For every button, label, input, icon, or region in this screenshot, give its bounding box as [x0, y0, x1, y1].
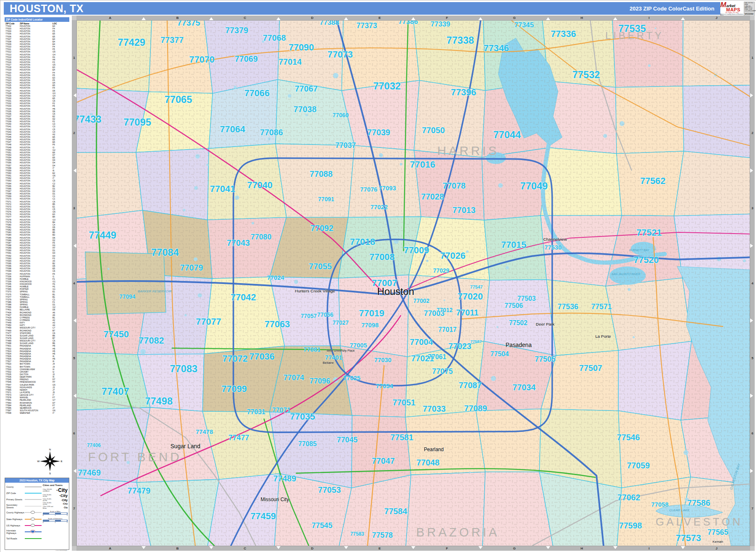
zip-code-label: 77083 [170, 363, 197, 374]
zip-code-label: 77091 [318, 196, 334, 202]
water-label: BARKER RESERVOIR [138, 289, 172, 293]
zip-code-label: 77061 [428, 353, 446, 360]
zip-code-label: 77071 [272, 406, 291, 413]
zip-code-label: 77547 [470, 284, 483, 289]
city-label: La Porte [595, 334, 611, 339]
grid-label-G: G [480, 16, 548, 20]
zip-code-label: 77063 [265, 319, 290, 329]
zip-code-label: 77099 [221, 384, 247, 394]
svg-text:S: S [49, 472, 51, 475]
zip-code-label: 77070 [189, 54, 215, 65]
zip-code-label: 77026 [440, 250, 465, 261]
city-label: West University Place [327, 349, 355, 352]
zip-code-label: 77094 [119, 293, 136, 300]
zip-code-label: 77075 [432, 367, 453, 376]
zip-code-label: 77066 [244, 88, 270, 98]
toll-symbol [25, 536, 42, 541]
zip-code-label: 77429 [118, 37, 145, 47]
grid-label-F: F [413, 16, 480, 20]
product-code: W53309W [745, 13, 754, 16]
city-label: Deer Park [536, 322, 554, 326]
zip-code-label: 77386 [398, 20, 418, 26]
grid-label-F: F [413, 546, 480, 551]
zip-code-label: 77339 [430, 20, 450, 28]
zip-code-label: 77012 [436, 307, 453, 313]
zip-code-label: 77077 [196, 316, 221, 327]
grid-label-7: 7 [750, 471, 755, 546]
map-canvas: BARKER RESERVOIRBURNETT BAYSAN JACINTO R… [76, 20, 750, 546]
grid-label-E: E [346, 16, 413, 20]
zip-code-label: 77057 [301, 313, 317, 319]
zip-code-label: 77086 [260, 128, 283, 137]
zip-code-label: 77080 [251, 233, 271, 241]
zip-code-label: 77081 [303, 346, 320, 353]
grid-label-4: 4 [750, 246, 755, 321]
zip-code-label: 77002 [413, 297, 430, 304]
zip-code-label: 77093 [379, 185, 396, 192]
secondary-symbol [25, 504, 42, 508]
zip-code-label: 77043 [227, 238, 250, 247]
contact-info-box: CALL US TOLL FREE 1-888-434-MAPS (6277) … [744, 2, 755, 16]
grid-label-J: J [683, 546, 750, 551]
legend-row-countyhwy: County Highways [6, 510, 43, 516]
zip-code-label: 77505 [535, 355, 555, 363]
zip-code-label: 77375 [177, 20, 200, 27]
zip-code-label: 77022 [370, 204, 388, 210]
zip-code-label: 77011 [456, 308, 479, 317]
grid-label-D: D [278, 546, 346, 551]
zip-code-label: 77401 [325, 354, 342, 361]
zip-code-label: 77498 [145, 396, 173, 407]
city-label: Sugar Land [171, 443, 200, 449]
zip-index-column-headers: ZIP Code ZIP Name LOC [5, 22, 69, 25]
legend-row-zip: ZIP Code [6, 490, 43, 496]
grid-label-6: 6 [750, 396, 755, 471]
zip-code-label: 77520 [633, 255, 659, 265]
zip-code-label: 77030 [374, 357, 391, 363]
zip-code-label: 77017 [438, 326, 457, 333]
zip-code-label: 77079 [180, 263, 203, 272]
map-legend: 2023 Houston, TX City Map CountyZIP Code… [5, 478, 69, 550]
zip-code-label: 77069 [235, 54, 258, 63]
city-label: Bellaire [323, 361, 334, 365]
zip-code-label: 77051 [392, 398, 415, 407]
zip-code-label: 77084 [151, 247, 179, 258]
zip-code-label: 77056 [317, 311, 333, 318]
zip-code-label: 77530 [544, 244, 562, 251]
zip-code-label: 77571 [591, 302, 612, 310]
zip-code-label: 77407 [102, 386, 129, 397]
grid-label-6: 6 [72, 396, 76, 471]
zip-code-label: 77018 [350, 237, 375, 247]
svg-text:E: E [60, 460, 62, 463]
city-label: Kemah [713, 540, 723, 544]
zip-code-label: 77098 [361, 322, 378, 329]
city-label: Missouri City [260, 497, 289, 502]
zip-code-label: 77573 [676, 533, 701, 543]
primary-symbol [25, 497, 42, 502]
grid-label-C: C [211, 16, 278, 20]
legend-title: 2023 Houston, TX City Map [5, 478, 69, 483]
zip-code-label: 77019 [359, 308, 384, 318]
grid-label-C: C [211, 546, 278, 551]
zip-code-label: 77507 [579, 363, 602, 373]
compass-rose-icon: N S W E [37, 447, 63, 476]
zip-code-label: 77088 [310, 169, 333, 179]
cities-and-towns-title: Cities and Towns [43, 484, 68, 486]
scale-miles: Scale in Miles 012 [43, 510, 68, 516]
zip-code-label: 77053 [318, 485, 341, 494]
zip-code-label: 77583 [350, 531, 364, 537]
grid-label-E: E [346, 546, 413, 551]
grid-label-4: 4 [72, 246, 76, 321]
grid-label-3: 3 [750, 171, 755, 246]
page-title: HOUSTON, TX [10, 3, 84, 15]
legend-row-county: County [6, 484, 43, 490]
grid-label-3: 3 [72, 171, 76, 246]
zip-code-label: 77004 [410, 337, 433, 347]
zip-code-label: 77065 [165, 94, 192, 105]
zip-index-table: 77002HOUSTONE477003HOUSTONF477004HOUSTON… [5, 25, 69, 414]
grid-ruler-right: 1234567 [750, 20, 755, 546]
zip-code-label: 77489 [273, 474, 296, 483]
zip-code-label: 77036 [249, 351, 275, 361]
grid-label-G: G [480, 546, 548, 551]
zip-code-label: 77433 [76, 114, 102, 125]
zip-code-label: 77029 [433, 267, 449, 274]
